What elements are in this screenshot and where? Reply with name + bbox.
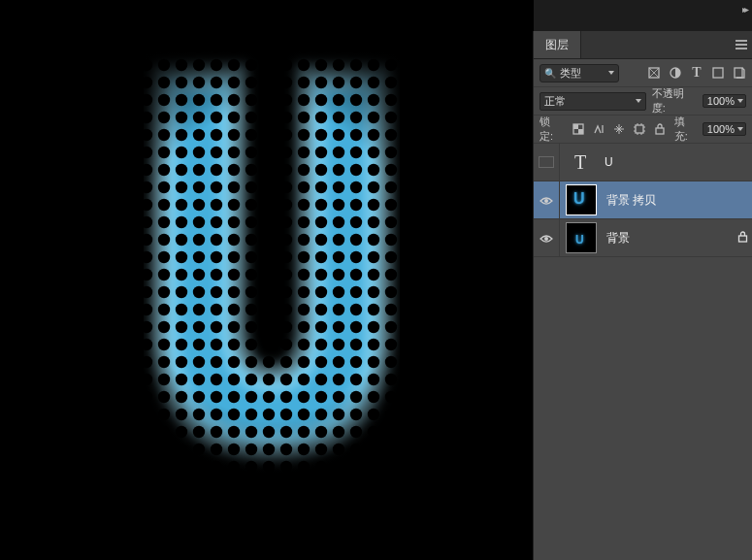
- layer-thumbnail[interactable]: U: [566, 222, 597, 253]
- filter-type-icon[interactable]: T: [690, 66, 703, 80]
- visibility-off-icon: [539, 156, 554, 168]
- svg-rect-10: [578, 129, 583, 134]
- layer-row[interactable]: T U: [534, 144, 752, 181]
- layer-thumbnail[interactable]: U: [566, 184, 597, 215]
- layer-name[interactable]: U: [599, 155, 752, 169]
- lock-position-icon[interactable]: [612, 122, 626, 136]
- layer-visibility-toggle[interactable]: [534, 144, 560, 181]
- tab-layers[interactable]: 图层: [534, 31, 581, 58]
- search-icon: 🔍: [544, 68, 556, 79]
- lock-label: 锁定:: [539, 115, 564, 144]
- panel-tabs: 图层: [534, 31, 752, 59]
- tab-layers-label: 图层: [545, 37, 569, 53]
- layer-visibility-toggle[interactable]: [534, 181, 560, 218]
- layer-locked-icon: [733, 231, 752, 246]
- lock-transparency-icon[interactable]: [572, 122, 585, 136]
- svg-rect-11: [636, 125, 643, 133]
- panel-dock-header: ▸▸: [533, 0, 752, 31]
- filter-kind-select[interactable]: 🔍 类型: [539, 64, 619, 82]
- filter-pixel-icon[interactable]: [647, 66, 661, 80]
- artwork-halftone-u: [68, 39, 475, 505]
- layer-filter-row: 🔍 类型 T: [534, 59, 752, 87]
- layer-thumbnail-type-icon: T: [566, 148, 595, 177]
- svg-rect-6: [713, 68, 723, 78]
- layer-visibility-toggle[interactable]: [534, 219, 560, 256]
- eye-icon: [539, 233, 553, 243]
- blend-opacity-row: 正常 不透明度: 100%: [534, 87, 752, 115]
- blend-mode-value: 正常: [544, 94, 631, 109]
- chevron-down-icon: [636, 99, 641, 103]
- collapse-panels-icon[interactable]: ▸▸: [742, 4, 746, 15]
- fill-input[interactable]: 100%: [703, 122, 746, 136]
- opacity-value: 100%: [705, 95, 736, 107]
- layer-row[interactable]: U 背景 拷贝: [534, 181, 752, 219]
- layers-list: T U U 背景 拷贝 U 背景: [534, 144, 752, 560]
- filter-shape-icon[interactable]: [711, 66, 725, 80]
- lock-artboard-icon[interactable]: [633, 122, 646, 136]
- chevron-down-icon: [737, 99, 743, 103]
- svg-rect-12: [656, 128, 664, 134]
- layer-name[interactable]: 背景: [601, 230, 733, 247]
- panel-menu-button[interactable]: [731, 31, 752, 58]
- svg-rect-7: [735, 68, 742, 78]
- lock-fill-row: 锁定: 填充: 100%: [534, 115, 752, 144]
- filter-smartobject-icon[interactable]: [733, 66, 746, 80]
- opacity-input[interactable]: 100%: [703, 94, 746, 108]
- svg-rect-3: [68, 39, 475, 505]
- lock-all-icon[interactable]: [653, 122, 667, 136]
- svg-point-13: [544, 199, 548, 203]
- layer-row[interactable]: U 背景: [534, 219, 752, 257]
- chevron-down-icon: [737, 127, 743, 131]
- chevron-down-icon: [608, 71, 614, 75]
- fill-label: 填充:: [674, 115, 699, 144]
- svg-rect-15: [738, 236, 746, 242]
- svg-point-14: [544, 237, 548, 241]
- layer-name[interactable]: 背景 拷贝: [601, 192, 752, 209]
- lock-image-icon[interactable]: [592, 122, 605, 136]
- hamburger-icon: [736, 44, 747, 46]
- blend-mode-select[interactable]: 正常: [539, 92, 646, 111]
- document-canvas[interactable]: [0, 0, 534, 560]
- eye-icon: [539, 195, 553, 205]
- opacity-label: 不透明度:: [652, 86, 697, 115]
- filter-adjustment-icon[interactable]: [669, 66, 682, 80]
- filter-kind-label: 类型: [560, 66, 604, 81]
- svg-rect-9: [573, 124, 578, 129]
- fill-value: 100%: [705, 123, 736, 135]
- layers-panel: 图层 🔍 类型 T 正常 不透明度: 100%: [533, 31, 752, 560]
